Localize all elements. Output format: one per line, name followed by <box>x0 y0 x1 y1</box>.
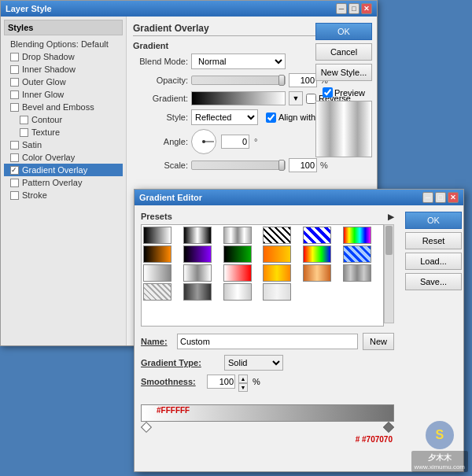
right-color-stop[interactable] <box>383 422 394 433</box>
satin-checkbox[interactable] <box>10 141 19 149</box>
gradient-overlay-checkbox[interactable] <box>10 166 19 175</box>
ge-type-row: Gradient Type: Solid <box>141 355 394 371</box>
align-layer-checkbox[interactable] <box>266 113 276 123</box>
ge-maximize-btn[interactable]: □ <box>435 192 446 203</box>
sidebar-item-color-overlay[interactable]: Color Overlay <box>4 151 123 164</box>
scale-unit: % <box>320 161 328 170</box>
minimize-btn[interactable]: ─ <box>336 3 347 14</box>
ge-type-label: Gradient Type: <box>141 358 219 367</box>
ge-smooth-row: Smoothness: ▲ ▼ % <box>141 375 394 389</box>
scale-label: Scale: <box>133 161 188 170</box>
sidebar-item-contour[interactable]: Contour <box>4 113 123 126</box>
preset-spectral[interactable] <box>343 227 371 244</box>
texture-checkbox[interactable] <box>20 128 28 137</box>
ge-smooth-arrows: ▲ ▼ <box>238 375 248 389</box>
ge-ok-button[interactable]: OK <box>405 212 462 229</box>
opacity-value[interactable]: 100 <box>289 73 317 87</box>
ge-name-input[interactable]: Custom <box>177 334 358 349</box>
drop-shadow-checkbox[interactable] <box>10 53 19 61</box>
presets-scrollbar[interactable] <box>384 224 394 323</box>
sidebar-item-outer-glow[interactable]: Outer Glow <box>4 76 123 88</box>
preset-copper[interactable] <box>303 264 331 282</box>
preset-rainbow[interactable] <box>303 245 331 263</box>
gradient-overlay-label: Gradient Overlay <box>22 165 87 175</box>
preset-orange-black[interactable] <box>143 245 171 263</box>
sidebar-item-texture[interactable]: Texture <box>4 126 123 138</box>
preset-chrome[interactable] <box>223 227 252 244</box>
preview-checkbox[interactable] <box>323 87 333 98</box>
opacity-slider[interactable] <box>191 76 286 85</box>
ok-button[interactable]: OK <box>315 23 372 40</box>
preset-steel[interactable] <box>343 264 371 282</box>
opacity-slider-thumb[interactable] <box>278 75 285 86</box>
left-color-stop[interactable] <box>141 422 152 433</box>
preset-dark-gray[interactable] <box>183 283 212 301</box>
ge-smooth-down[interactable]: ▼ <box>238 383 248 392</box>
gradient-bar-container: ▼ <box>191 91 303 105</box>
watermark: S 夕木木 www.ximumu.com <box>411 421 468 472</box>
preset-blue-dots[interactable] <box>343 245 371 263</box>
ge-load-button[interactable]: Load... <box>405 253 462 270</box>
preset-green-black[interactable] <box>223 245 252 263</box>
ge-close-btn[interactable]: ✕ <box>448 192 459 203</box>
sidebar-item-stroke[interactable]: Stroke <box>4 189 123 201</box>
preset-bw[interactable] <box>143 227 171 244</box>
angle-dial[interactable] <box>191 129 216 154</box>
preset-gray-dots[interactable] <box>143 283 171 301</box>
blending-label: Blending Options: Default <box>10 39 109 49</box>
blend-mode-select[interactable]: Normal <box>191 54 286 69</box>
ge-type-select[interactable]: Solid <box>224 355 283 371</box>
inner-glow-checkbox[interactable] <box>10 90 19 99</box>
sidebar-item-blending[interactable]: Blending Options: Default <box>4 38 123 50</box>
ge-save-button[interactable]: Save... <box>405 273 462 290</box>
angle-value[interactable]: 0 <box>221 135 249 149</box>
cancel-button[interactable]: Cancel <box>315 43 372 61</box>
maximize-btn[interactable]: □ <box>348 3 360 14</box>
sidebar-item-bevel-emboss[interactable]: Bevel and Emboss <box>4 101 123 113</box>
sidebar-item-inner-shadow[interactable]: Inner Shadow <box>4 63 123 76</box>
pattern-overlay-checkbox[interactable] <box>10 179 19 187</box>
contour-checkbox[interactable] <box>20 116 28 124</box>
preset-orange2[interactable] <box>263 245 291 263</box>
color-overlay-label: Color Overlay <box>22 153 75 162</box>
new-style-button[interactable]: New Style... <box>315 64 372 81</box>
preset-white-gray[interactable] <box>143 264 171 282</box>
preset-bwb[interactable] <box>183 227 212 244</box>
scale-slider[interactable] <box>191 161 286 170</box>
gradient-dropdown-btn[interactable]: ▼ <box>289 91 303 105</box>
preset-white-red[interactable] <box>223 264 252 282</box>
watermark-line1: 夕木木 <box>415 452 465 463</box>
preset-light-gray[interactable] <box>263 283 291 301</box>
bevel-emboss-checkbox[interactable] <box>10 103 19 112</box>
sidebar-item-drop-shadow[interactable]: Drop Shadow <box>4 50 123 63</box>
gradient-bar[interactable] <box>191 91 286 105</box>
preset-blue-check[interactable] <box>303 227 331 244</box>
ge-reset-button[interactable]: Reset <box>405 232 462 249</box>
ge-smooth-up[interactable]: ▲ <box>238 375 248 383</box>
ge-new-btn[interactable]: New <box>363 333 394 350</box>
presets-arrow[interactable]: ▶ <box>388 212 394 221</box>
preset-dots[interactable] <box>263 227 291 244</box>
stroke-checkbox[interactable] <box>10 191 19 200</box>
preset-orange-warm[interactable] <box>263 264 291 282</box>
style-select[interactable]: Reflected <box>191 109 258 125</box>
presets-grid <box>143 227 382 301</box>
ge-smooth-input[interactable] <box>207 375 235 389</box>
preset-white-gray-white[interactable] <box>183 264 212 282</box>
ge-minimize-btn[interactable]: ─ <box>422 192 433 203</box>
color-overlay-checkbox[interactable] <box>10 153 19 162</box>
sidebar-item-pattern-overlay[interactable]: Pattern Overlay <box>4 176 123 189</box>
outer-glow-checkbox[interactable] <box>10 78 19 87</box>
sidebar-item-gradient-overlay[interactable]: Gradient Overlay <box>4 164 123 176</box>
scale-value[interactable]: 100 <box>289 158 317 172</box>
sidebar-item-satin[interactable]: Satin <box>4 138 123 151</box>
scale-slider-thumb[interactable] <box>278 160 285 171</box>
sidebar-item-inner-glow[interactable]: Inner Glow <box>4 88 123 101</box>
bevel-emboss-label: Bevel and Emboss <box>22 102 94 112</box>
close-btn[interactable]: ✕ <box>361 3 372 14</box>
inner-shadow-checkbox[interactable] <box>10 65 19 74</box>
preset-violet-black[interactable] <box>183 245 212 263</box>
left-color-label: #FFFFFF <box>157 406 190 415</box>
preset-silver[interactable] <box>223 283 252 301</box>
outer-glow-label: Outer Glow <box>22 77 66 87</box>
